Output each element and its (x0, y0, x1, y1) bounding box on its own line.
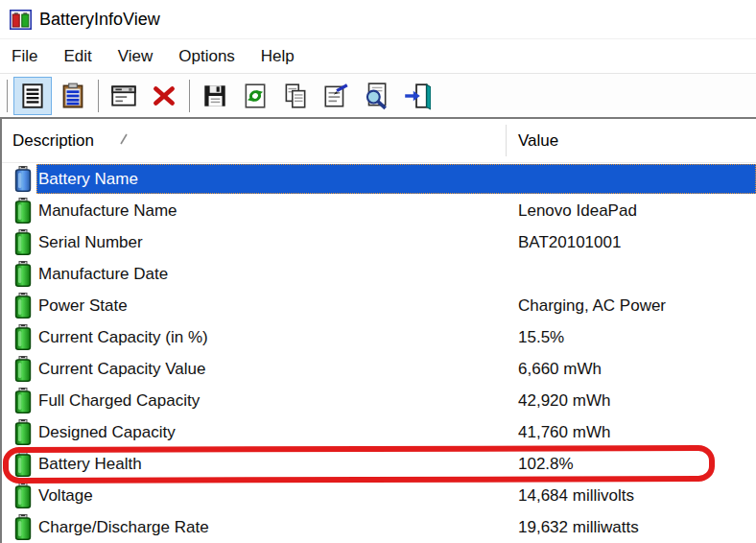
description-cell: Battery Name (38, 170, 138, 189)
title-bar: BatteryInfoView (0, 0, 756, 38)
battery-icon (13, 483, 33, 508)
delete-button[interactable] (145, 77, 183, 115)
list-body: Battery Name Manufacture Name Lenovo Ide… (2, 163, 756, 543)
list-item[interactable]: Power State Charging, AC Power (2, 290, 756, 321)
battery-log-view-icon (59, 82, 87, 110)
menu-options[interactable]: Options (169, 43, 245, 70)
general-info-view-button[interactable] (13, 77, 52, 115)
menu-view[interactable]: View (108, 43, 163, 70)
description-cell: Power State (38, 296, 128, 316)
save-icon (201, 82, 229, 110)
value-cell: 14,684 millivolts (518, 486, 634, 506)
list-header: Description Value (2, 119, 756, 163)
menu-edit[interactable]: Edit (54, 43, 101, 70)
save-button[interactable] (196, 77, 234, 115)
column-header-description[interactable]: Description (2, 131, 506, 151)
properties-window-icon (109, 82, 138, 110)
list-item[interactable]: Charge/Discharge Rate 19,632 milliwatts (2, 511, 756, 543)
sort-ascending-icon (119, 131, 129, 151)
description-cell: Manufacture Date (38, 265, 168, 284)
find-icon (362, 82, 390, 110)
list-item[interactable]: Manufacture Name Lenovo IdeaPad (2, 195, 756, 226)
properties-window-button[interactable] (105, 77, 143, 115)
value-cell: 6,660 mWh (518, 360, 602, 379)
list-item[interactable]: Voltage 14,684 millivolts (2, 480, 756, 511)
value-cell: 41,760 mWh (518, 423, 610, 442)
list-item[interactable]: Battery Health 102.8% (2, 448, 756, 480)
menu-help[interactable]: Help (251, 43, 304, 70)
toolbar (0, 73, 756, 117)
battery-icon (13, 419, 33, 445)
battery-icon (13, 261, 33, 287)
exit-icon (402, 82, 431, 110)
copy-icon (281, 82, 310, 110)
battery-icon (13, 293, 33, 319)
description-cell: Voltage (38, 486, 93, 506)
value-cell: 42,920 mWh (518, 391, 610, 411)
menu-bar: File Edit View Options Help (0, 38, 756, 73)
general-info-view-icon (18, 82, 47, 110)
battery-icon (13, 324, 33, 350)
list-item[interactable]: Current Capacity (in %) 15.5% (2, 321, 756, 353)
description-cell: Current Capacity (in %) (38, 328, 208, 347)
copy-button[interactable] (276, 77, 315, 115)
list-item[interactable]: Current Capacity Value 6,660 mWh (2, 353, 756, 385)
battery-icon (13, 388, 33, 413)
battery-icon (13, 451, 33, 477)
find-button[interactable] (357, 77, 395, 115)
menu-file[interactable]: File (2, 43, 47, 70)
refresh-icon (241, 82, 270, 110)
description-cell: Full Charged Capacity (38, 391, 200, 411)
list-item[interactable]: Full Charged Capacity 42,920 mWh (2, 385, 756, 416)
value-cell: Lenovo IdeaPad (518, 201, 637, 221)
description-cell: Current Capacity Value (38, 360, 206, 379)
battery-icon (13, 356, 33, 382)
battery-icon (13, 229, 33, 255)
value-cell: Charging, AC Power (518, 296, 666, 316)
toolbar-separator (98, 80, 99, 112)
list-item[interactable]: Designed Capacity 41,760 mWh (2, 416, 756, 448)
list-item[interactable]: Battery Name (2, 163, 756, 195)
selection-highlight (36, 164, 756, 194)
delete-icon (150, 82, 178, 110)
battery-app-icon (10, 10, 32, 30)
column-header-value[interactable]: Value (506, 131, 558, 151)
list-item[interactable]: Manufacture Date (2, 258, 756, 290)
battery-icon (13, 514, 33, 540)
battery-icon (13, 166, 33, 192)
description-cell: Manufacture Name (38, 201, 177, 221)
battery-info-list: Description Value Battery Name (0, 117, 756, 543)
column-divider[interactable] (506, 125, 507, 156)
toolbar-separator (189, 80, 190, 112)
description-cell: Charge/Discharge Rate (38, 518, 209, 537)
description-cell: Designed Capacity (38, 423, 176, 442)
window-title: BatteryInfoView (39, 10, 160, 30)
value-cell: BAT20101001 (518, 233, 621, 252)
battery-log-view-button[interactable] (54, 77, 92, 115)
refresh-button[interactable] (236, 77, 274, 115)
battery-icon (13, 198, 33, 224)
value-cell: 15.5% (518, 328, 564, 347)
properties-button[interactable] (317, 77, 355, 115)
toolbar-separator (7, 80, 8, 112)
value-cell: 102.8% (518, 455, 574, 474)
value-cell: 19,632 milliwatts (518, 518, 639, 537)
list-item[interactable]: Serial Number BAT20101001 (2, 226, 756, 258)
description-cell: Serial Number (38, 233, 143, 252)
description-cell: Battery Health (38, 455, 142, 474)
exit-button[interactable] (397, 77, 436, 115)
properties-icon (321, 82, 350, 110)
